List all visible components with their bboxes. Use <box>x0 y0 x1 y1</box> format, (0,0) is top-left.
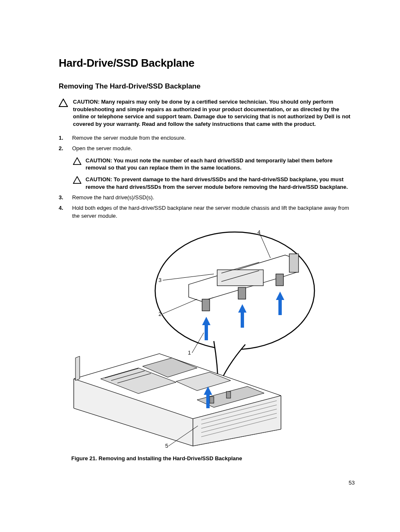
step-text: Remove the hard drive(s)/SSD(s). <box>72 194 154 201</box>
caution-icon <box>59 99 69 107</box>
step-2: Open the server module. CAUTION: You mus… <box>59 145 355 190</box>
callout-3: 3 <box>158 277 161 283</box>
caution-icon <box>73 157 82 165</box>
step-text: Open the server module. <box>72 145 132 151</box>
svg-marker-2 <box>73 177 81 183</box>
page-title: Hard-Drive/SSD Backplane <box>59 57 355 70</box>
step-1: Remove the server module from the enclos… <box>59 134 355 142</box>
callout-2: 2 <box>158 311 161 317</box>
step-3: Remove the hard drive(s)/SSD(s). <box>59 194 355 202</box>
svg-marker-0 <box>59 99 68 107</box>
caution-text: CAUTION: You must note the number of eac… <box>86 157 355 172</box>
procedure-steps: Remove the server module from the enclos… <box>59 134 355 220</box>
page-number: 53 <box>349 480 355 486</box>
section-title: Removing The Hard-Drive/SSD Backplane <box>59 82 355 91</box>
callout-5: 5 <box>165 443 168 449</box>
svg-rect-27 <box>210 396 214 403</box>
caution-nested-a: CAUTION: You must note the number of eac… <box>72 157 355 172</box>
svg-rect-7 <box>289 254 299 272</box>
caution-text: CAUTION: Many repairs may only be done b… <box>73 98 355 128</box>
svg-rect-5 <box>238 287 246 299</box>
figure-caption: Figure 21. Removing and Installing the H… <box>71 455 355 462</box>
svg-marker-36 <box>75 356 80 381</box>
step-text: Hold both edges of the hard-drive/SSD ba… <box>72 205 349 219</box>
caution-nested-b: CAUTION: To prevent damage to the hard d… <box>72 176 355 190</box>
caution-icon <box>73 176 82 184</box>
svg-rect-28 <box>226 391 231 398</box>
diagram-svg <box>71 228 340 450</box>
callout-1: 1 <box>188 349 191 356</box>
callout-4: 4 <box>257 229 260 235</box>
caution-text: CAUTION: To prevent damage to the hard d… <box>86 176 355 190</box>
svg-rect-6 <box>276 274 283 286</box>
svg-rect-4 <box>202 299 210 311</box>
caution-main: CAUTION: Many repairs may only be done b… <box>59 98 355 128</box>
step-4: Hold both edges of the hard-drive/SSD ba… <box>59 204 355 220</box>
figure-illustration: 4 3 2 1 5 <box>71 228 340 450</box>
svg-marker-1 <box>73 158 81 164</box>
step-text: Remove the server module from the enclos… <box>72 135 186 141</box>
